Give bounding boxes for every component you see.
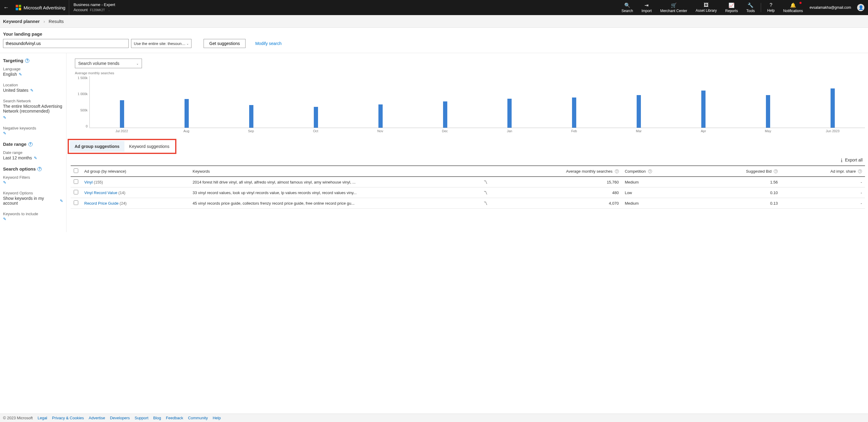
keywords-cell: 33 vinyl record values, look up vinyl re…	[190, 188, 480, 198]
landing-heading: Your landing page	[3, 31, 865, 36]
x-axis-label: Jan	[477, 128, 542, 133]
chart-icon: 📈	[728, 2, 735, 8]
kwoptions-value: Show keywords in my account	[3, 196, 58, 205]
breadcrumb: Keyword planner › Results	[0, 15, 868, 28]
col-avg-searches[interactable]: Average monthly searches ?	[491, 166, 622, 176]
bid-cell: 1.56	[696, 176, 781, 188]
bell-icon: 🔔	[790, 2, 796, 8]
kwfilters-label: Keyword Filters	[3, 175, 63, 180]
chart-bar[interactable]	[443, 101, 447, 128]
nav-reports[interactable]: 📈Reports	[721, 0, 742, 15]
col-suggested-bid[interactable]: Suggested Bid ?	[696, 166, 781, 176]
landing-url-input[interactable]	[3, 39, 129, 48]
wrench-icon: 🔧	[747, 2, 753, 8]
account-label: Account	[73, 7, 88, 12]
pencil-icon[interactable]: ✎	[3, 180, 6, 185]
chart-bar[interactable]	[637, 95, 641, 128]
sidebar: Targeting ? Language English ✎ Location …	[0, 53, 66, 232]
pencil-icon[interactable]: ✎	[19, 72, 22, 77]
language-value: English	[3, 72, 17, 77]
chart-bars	[89, 76, 865, 128]
trend-icon[interactable]: 〽	[484, 180, 488, 185]
get-suggestions-button[interactable]: Get suggestions	[204, 39, 246, 48]
trend-icon[interactable]: 〽	[484, 201, 488, 205]
nav-asset-library[interactable]: 🖼Asset Library	[691, 0, 721, 15]
col-keywords[interactable]: Keywords	[190, 166, 480, 176]
select-all-checkbox[interactable]	[74, 168, 78, 173]
nav-help[interactable]: ?Help	[763, 0, 779, 15]
chart-bar[interactable]	[766, 95, 770, 128]
adgroup-count: (24)	[120, 201, 127, 205]
x-axis-label: Dec	[412, 128, 477, 133]
info-icon[interactable]: ?	[774, 169, 778, 173]
breadcrumb-root[interactable]: Keyword planner	[3, 19, 40, 24]
info-icon[interactable]: ?	[615, 169, 619, 173]
nav-search[interactable]: 🔍Search	[617, 0, 637, 15]
site-scope-dropdown[interactable]: Use the entire site: thesoundofv ⌄	[131, 39, 191, 48]
row-checkbox[interactable]	[74, 190, 78, 194]
account-switcher[interactable]: Business name - Expert Account F120MK2T …	[69, 1, 119, 14]
chart-bar[interactable]	[701, 91, 706, 128]
info-icon[interactable]: ?	[25, 59, 29, 63]
search-icon: 🔍	[624, 2, 630, 8]
pencil-icon[interactable]: ✎	[3, 115, 6, 120]
nav-import[interactable]: ⇥Import	[637, 0, 656, 15]
location-label: Location	[3, 83, 63, 87]
nav-notifications[interactable]: 🔔Notifications	[779, 0, 807, 15]
x-axis-label: Apr	[671, 128, 736, 133]
info-icon[interactable]: ?	[858, 169, 862, 173]
col-competition[interactable]: Competition ?	[622, 166, 696, 176]
chart-bar[interactable]	[572, 97, 576, 128]
col-adgroup[interactable]: Ad group (by relevance)	[81, 166, 190, 176]
daterange-heading: Date range ?	[3, 141, 63, 147]
chart-bar[interactable]	[314, 107, 318, 128]
competition-cell: Medium	[622, 198, 696, 208]
col-impr-share[interactable]: Ad impr. share ?	[781, 166, 865, 176]
table-row: Vinyl (155)2014 forest hill drive vinyl,…	[71, 176, 865, 188]
back-button[interactable]: ←	[0, 4, 12, 11]
x-axis-label: Jul 2022	[89, 128, 154, 133]
avg-searches-cell: 480	[491, 188, 622, 198]
modify-search-link[interactable]: Modify search	[255, 41, 281, 46]
adgroup-link[interactable]: Vinyl	[84, 180, 93, 185]
impr-share-cell: -	[781, 198, 865, 208]
nav-merchant-center[interactable]: 🛒Merchant Center	[656, 0, 691, 15]
tab-keyword-suggestions[interactable]: Keyword suggestions	[124, 141, 174, 152]
row-checkbox[interactable]	[74, 200, 78, 205]
chevron-down-icon: ⌄	[106, 8, 110, 12]
info-icon[interactable]: ?	[648, 169, 652, 173]
keywords-cell: 45 vinyl records price guide, collectors…	[190, 198, 480, 208]
chart-metric-dropdown[interactable]: Search volume trends ⌄	[75, 59, 142, 68]
chart-y-axis: 1 500k1 000k500k0	[75, 76, 89, 128]
chart-bar[interactable]	[120, 100, 124, 128]
x-axis-label: Oct	[283, 128, 348, 133]
location-value: United States	[3, 88, 28, 93]
nav-tools[interactable]: 🔧Tools	[742, 0, 759, 15]
chart-bar[interactable]	[507, 99, 512, 128]
kwinclude-label: Keywords to include	[3, 212, 63, 216]
chart-bar[interactable]	[185, 99, 189, 128]
row-checkbox[interactable]	[74, 179, 78, 184]
adgroup-link[interactable]: Record Price Guide	[84, 201, 118, 205]
trend-icon[interactable]: 〽	[484, 191, 488, 195]
chevron-down-icon: ⌄	[136, 62, 138, 65]
user-avatar[interactable]: 👤	[857, 4, 864, 11]
adgroup-count: (155)	[94, 180, 103, 185]
negkw-label: Negative keywords	[3, 126, 63, 130]
pencil-icon[interactable]: ✎	[3, 131, 6, 135]
info-icon[interactable]: ?	[37, 167, 42, 171]
chart-bar[interactable]	[378, 104, 383, 128]
chart-bar[interactable]	[831, 89, 835, 128]
pencil-icon[interactable]: ✎	[60, 199, 63, 203]
tab-adgroup-suggestions[interactable]: Ad group suggestions	[70, 141, 124, 152]
chart-bar[interactable]	[249, 105, 253, 128]
export-all-button[interactable]: ⭳ Export all	[840, 158, 863, 162]
info-icon[interactable]: ?	[28, 142, 33, 147]
pencil-icon[interactable]: ✎	[34, 156, 37, 160]
pencil-icon[interactable]: ✎	[3, 217, 6, 221]
brand[interactable]: Microsoft Advertising	[12, 0, 69, 15]
pencil-icon[interactable]: ✎	[30, 88, 33, 93]
adgroup-link[interactable]: Vinyl Record Value	[84, 191, 117, 195]
x-axis-label: Jun 2023	[800, 128, 865, 133]
brand-text: Microsoft Advertising	[24, 5, 65, 10]
